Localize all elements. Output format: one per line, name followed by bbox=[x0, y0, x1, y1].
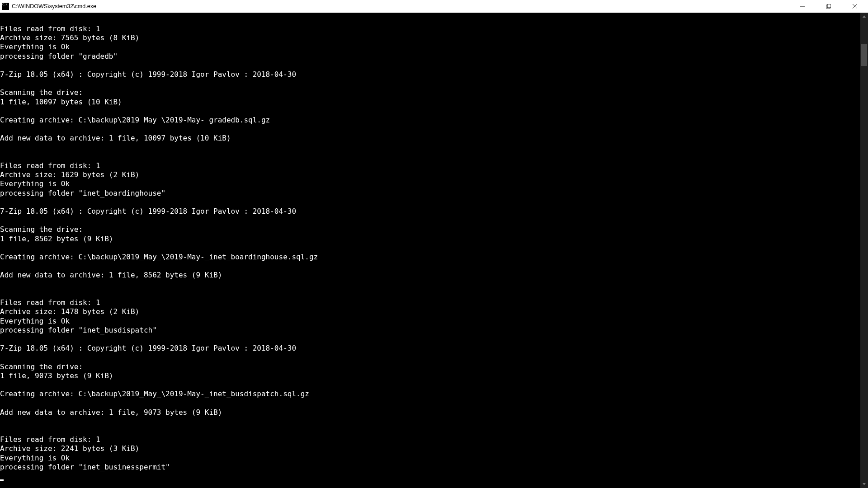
terminal-output[interactable]: Files read from disk: 1 Archive size: 75… bbox=[0, 13, 860, 488]
cmd-icon bbox=[2, 3, 9, 10]
scroll-down-button[interactable] bbox=[860, 480, 868, 488]
scroll-up-button[interactable] bbox=[860, 13, 868, 20]
svg-marker-5 bbox=[863, 15, 866, 18]
minimize-button[interactable] bbox=[789, 0, 816, 13]
cursor bbox=[0, 479, 4, 481]
close-button[interactable] bbox=[842, 0, 868, 13]
terminal-lines: Files read from disk: 1 Archive size: 75… bbox=[0, 13, 318, 481]
titlebar[interactable]: C:\WINDOWS\system32\cmd.exe bbox=[0, 0, 868, 13]
maximize-button[interactable] bbox=[816, 0, 842, 13]
svg-marker-6 bbox=[863, 483, 866, 485]
vertical-scrollbar[interactable] bbox=[860, 13, 868, 488]
scrollbar-thumb[interactable] bbox=[861, 44, 867, 66]
cmd-window: C:\WINDOWS\system32\cmd.exe Files read f… bbox=[0, 0, 868, 488]
window-controls bbox=[789, 0, 868, 13]
window-title: C:\WINDOWS\system32\cmd.exe bbox=[12, 3, 96, 9]
svg-rect-2 bbox=[827, 4, 831, 8]
content-area: Files read from disk: 1 Archive size: 75… bbox=[0, 13, 868, 488]
